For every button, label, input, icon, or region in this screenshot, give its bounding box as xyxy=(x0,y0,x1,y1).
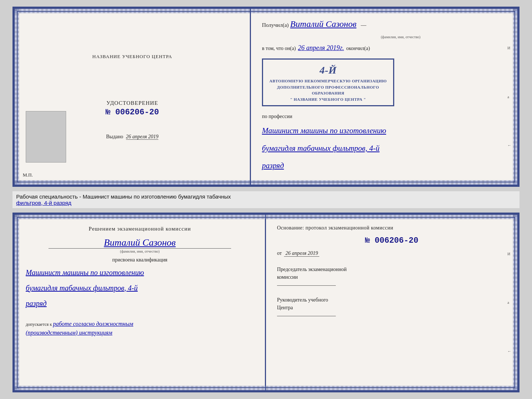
ot-label: от xyxy=(277,250,282,256)
vtom-label: в том, что он(а) xyxy=(262,46,296,51)
name-block-bottom: Виталий Сазонов (фамилия, имя, отчество) xyxy=(26,237,254,253)
dop-work: работе согласно должностным xyxy=(53,321,133,327)
recipient-name-top: Виталий Сазонов xyxy=(290,19,356,29)
profession-line2: бумагидля табачных фильтров, 4-й xyxy=(262,142,506,155)
side-mark-1: И xyxy=(507,46,511,50)
predsedatel-label: Председатель экзаменационной xyxy=(277,266,506,273)
side-mark-2: а xyxy=(507,95,511,99)
predsedatel-signature xyxy=(277,285,336,286)
prisvoena-label: присвоена квалификация xyxy=(26,257,254,263)
certificate-bottom: Решением экзаменационной комиссии Витали… xyxy=(12,213,520,393)
stamp-box: 4-й АВТОНОМНУЮ НЕКОММЕРЧЕСКУЮ ОРГАНИЗАЦИ… xyxy=(262,58,394,106)
qual-line1: Машинист машины по изготовлению xyxy=(26,267,254,278)
ot-line: от 26 апреля 2019 xyxy=(277,250,506,257)
predsedatel-block: Председатель экзаменационной комиссии xyxy=(277,266,506,286)
poluchil-label: Получил(а) xyxy=(262,22,289,28)
stamp-line3: " НАЗВАНИЕ УЧЕБНОГО ЦЕНТРА " xyxy=(290,97,366,101)
rukovoditel-label2: Центра xyxy=(277,304,506,311)
cert-number-top: № 006206-20 xyxy=(105,108,159,117)
profession-line3: разряд xyxy=(262,160,506,172)
side-marks-top: И а ← xyxy=(507,9,511,185)
label-text-underlined: фильтров, 4-й разряд xyxy=(16,200,71,206)
label-section: Рабочая специальность - Машинист машины … xyxy=(12,191,520,208)
rukovoditel-label: Руководитель учебного xyxy=(277,296,506,304)
label-text-main: Рабочая специальность - Машинист машины … xyxy=(16,193,231,200)
stamp-line2: ДОПОЛНИТЕЛЬНОГО ПРОФЕССИОНАЛЬНОГО ОБРАЗО… xyxy=(277,85,379,96)
dopuskaetsya-label: допускается к xyxy=(26,322,52,327)
rukovoditel-signature xyxy=(277,316,336,316)
cert-date-top: 26 апреля 2019г. xyxy=(298,44,344,52)
dash: — xyxy=(361,22,366,28)
training-center-title: НАЗВАНИЕ УЧЕБНОГО ЦЕНТРА xyxy=(92,54,172,60)
side-marks-bottom: И а ← xyxy=(507,215,511,391)
osnovanye-label: Основание: протокол экзаменационной коми… xyxy=(277,225,506,231)
border-left-b xyxy=(15,215,19,391)
dop-work2: (производственным) инструкциям xyxy=(26,329,112,336)
rukovoditel-block: Руководитель учебного Центра xyxy=(277,296,506,316)
dopuskaetsya-block: допускается к работе согласно должностны… xyxy=(26,320,254,337)
side-mark-b3: ← xyxy=(507,349,511,353)
udostoverenie-label: УДОСТОВЕРЕНИЕ xyxy=(105,100,159,106)
vydano-label: Выдано xyxy=(106,134,123,139)
protocol-number-bottom: № 006206-20 xyxy=(277,236,506,245)
stamp-number: 4-й xyxy=(267,63,389,78)
photo-placeholder xyxy=(26,111,66,163)
po-professii-label: по профессии xyxy=(262,114,506,120)
ot-date: 26 апреля 2019 xyxy=(284,250,319,257)
cert-right-panel: Получил(а) Виталий Сазонов — (фамилия, и… xyxy=(251,9,517,185)
side-mark-b2: а xyxy=(507,300,511,304)
predsedatel-label2: комиссии xyxy=(277,273,506,281)
recipient-sublabel-top: (фамилия, имя, отчество) xyxy=(295,35,506,39)
recipient-name-bottom: Виталий Сазонов xyxy=(104,237,176,248)
side-mark-b1: И xyxy=(507,252,511,256)
poluchil-line: Получил(а) Виталий Сазонов — xyxy=(262,19,506,29)
name-underline xyxy=(48,248,231,249)
stamp-line1: АВТОНОМНУЮ НЕКОММЕРЧЕСКУЮ ОРГАНИЗАЦИЮ xyxy=(269,79,387,83)
certificate-top: НАЗВАНИЕ УЧЕБНОГО ЦЕНТРА УДОСТОВЕРЕНИЕ №… xyxy=(12,7,520,187)
vtom-line: в том, что он(а) 26 апреля 2019г. окончи… xyxy=(262,44,506,52)
cert-left-panel: НАЗВАНИЕ УЧЕБНОГО ЦЕНТРА УДОСТОВЕРЕНИЕ №… xyxy=(15,9,251,185)
bottom-left-panel: Решением экзаменационной комиссии Витали… xyxy=(15,215,266,391)
profession-line1: Машинист машины по изготовлению xyxy=(262,125,506,137)
recipient-sublabel-bottom: (фамилия, имя, отчество) xyxy=(26,249,254,253)
vydano-date: 26 апреля 2019 xyxy=(126,134,158,140)
label-text-2: фильтров, 4-й разряд xyxy=(16,200,516,206)
vydano-line: Выдано 26 апреля 2019 xyxy=(106,134,159,139)
label-text: Рабочая специальность - Машинист машины … xyxy=(16,193,516,200)
qual-line2: бумагидля табачных фильтров, 4-й xyxy=(26,282,254,294)
mp-label: М.П. xyxy=(23,172,33,178)
okonchil-label: окончил(а) xyxy=(346,46,370,51)
komissia-title: Решением экзаменационной комиссии xyxy=(26,226,254,232)
qual-line3: разряд xyxy=(26,298,254,309)
bottom-right-panel: Основание: протокол экзаменационной коми… xyxy=(266,215,517,391)
side-mark-3: ← xyxy=(507,143,511,147)
